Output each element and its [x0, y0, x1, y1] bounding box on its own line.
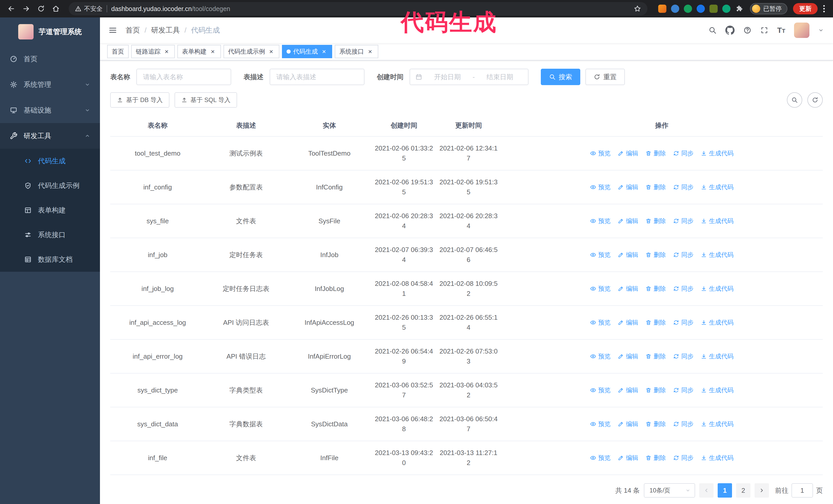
prev-page-button[interactable] [699, 483, 714, 498]
preview-link[interactable]: 预览 [590, 386, 611, 395]
sidebar-item-system-api[interactable]: 系统接口 [0, 222, 100, 247]
edit-link[interactable]: 编辑 [618, 453, 638, 462]
sidebar-item-codegen-example[interactable]: 代码生成示例 [0, 173, 100, 198]
delete-link[interactable]: 删除 [645, 250, 666, 259]
delete-link[interactable]: 删除 [645, 453, 666, 462]
edit-link[interactable]: 编辑 [618, 183, 638, 192]
delete-link[interactable]: 删除 [645, 318, 666, 327]
fullscreen-icon[interactable] [760, 26, 768, 34]
generate-code-link[interactable]: 生成代码 [701, 419, 734, 429]
browser-reload-icon[interactable] [35, 3, 47, 15]
preview-link[interactable]: 预览 [590, 250, 611, 259]
preview-link[interactable]: 预览 [590, 284, 611, 293]
browser-menu-icon[interactable] [823, 5, 825, 12]
extension-icon-5[interactable] [710, 5, 718, 13]
preview-link[interactable]: 预览 [590, 352, 611, 361]
help-icon[interactable] [743, 26, 752, 34]
edit-link[interactable]: 编辑 [618, 250, 638, 259]
edit-link[interactable]: 编辑 [618, 318, 638, 327]
delete-link[interactable]: 删除 [645, 386, 666, 395]
search-button[interactable]: 搜索 [541, 69, 580, 85]
sidebar-item-home[interactable]: 首页 [0, 46, 100, 72]
sync-link[interactable]: 同步 [673, 352, 694, 361]
tab-3[interactable]: 代码生成示例× [223, 45, 279, 58]
create-time-range-picker[interactable]: 开始日期 - 结束日期 [410, 69, 528, 85]
sidebar-item-infrastructure[interactable]: 基础设施 [0, 97, 100, 123]
page-size-select[interactable]: 10条/页 [644, 483, 695, 498]
sync-link[interactable]: 同步 [673, 386, 694, 395]
generate-code-link[interactable]: 生成代码 [701, 149, 734, 158]
sidebar-item-dev-tools[interactable]: 研发工具 [0, 123, 100, 149]
sync-link[interactable]: 同步 [673, 284, 694, 293]
profile-paused-badge[interactable]: 已暂停 [750, 3, 787, 14]
extension-icon-6[interactable] [722, 5, 731, 13]
tab-4[interactable]: 代码生成× [282, 45, 332, 58]
sync-link[interactable]: 同步 [673, 318, 694, 327]
preview-link[interactable]: 预览 [590, 318, 611, 327]
delete-link[interactable]: 删除 [645, 183, 666, 192]
browser-update-button[interactable]: 更新 [793, 3, 818, 14]
extension-icon-2[interactable] [671, 5, 679, 13]
sync-link[interactable]: 同步 [673, 149, 694, 158]
next-page-button[interactable] [755, 483, 769, 498]
generate-code-link[interactable]: 生成代码 [701, 386, 734, 395]
sync-link[interactable]: 同步 [673, 183, 694, 192]
tab-5[interactable]: 系统接口× [335, 45, 378, 58]
tab-2[interactable]: 表单构建× [177, 45, 221, 58]
delete-link[interactable]: 删除 [645, 419, 666, 429]
goto-page-input[interactable] [791, 483, 813, 498]
generate-code-link[interactable]: 生成代码 [701, 453, 734, 462]
tab-0[interactable]: 首页 [107, 45, 129, 58]
extension-icon-3[interactable] [684, 5, 692, 13]
tab-close-icon[interactable]: × [320, 48, 328, 55]
sidebar-item-system-management[interactable]: 系统管理 [0, 72, 100, 97]
edit-link[interactable]: 编辑 [618, 419, 638, 429]
edit-link[interactable]: 编辑 [618, 352, 638, 361]
delete-link[interactable]: 删除 [645, 352, 666, 361]
sync-link[interactable]: 同步 [673, 453, 694, 462]
extension-icon-4[interactable] [697, 5, 705, 13]
tab-1[interactable]: 链路追踪× [131, 45, 175, 58]
sidebar-item-db-docs[interactable]: 数据库文档 [0, 247, 100, 272]
generate-code-link[interactable]: 生成代码 [701, 216, 734, 225]
tab-close-icon[interactable]: × [163, 48, 170, 55]
extension-icon-1[interactable] [658, 5, 666, 13]
delete-link[interactable]: 删除 [645, 284, 666, 293]
app-logo[interactable]: 芋道管理系统 [0, 18, 100, 46]
toggle-search-button[interactable] [787, 92, 802, 108]
preview-link[interactable]: 预览 [590, 149, 611, 158]
breadcrumb-home[interactable]: 首页 [125, 25, 140, 35]
delete-link[interactable]: 删除 [645, 216, 666, 225]
edit-link[interactable]: 编辑 [618, 149, 638, 158]
github-icon[interactable] [725, 26, 735, 35]
reset-button[interactable]: 重置 [586, 69, 625, 85]
breadcrumb-dev-tools[interactable]: 研发工具 [151, 25, 180, 35]
generate-code-link[interactable]: 生成代码 [701, 183, 734, 192]
security-status[interactable]: 不安全 [75, 5, 102, 13]
sidebar-item-form-builder[interactable]: 表单构建 [0, 198, 100, 222]
sync-link[interactable]: 同步 [673, 419, 694, 429]
refresh-table-button[interactable] [807, 92, 823, 108]
edit-link[interactable]: 编辑 [618, 216, 638, 225]
table-name-input[interactable] [136, 69, 231, 85]
font-size-icon[interactable]: TT [777, 26, 785, 34]
preview-link[interactable]: 预览 [590, 183, 611, 192]
address-bar[interactable]: 不安全 dashboard.yudao.iocoder.cn/tool/code… [69, 2, 647, 16]
preview-link[interactable]: 预览 [590, 216, 611, 225]
generate-code-link[interactable]: 生成代码 [701, 352, 734, 361]
generate-code-link[interactable]: 生成代码 [701, 284, 734, 293]
import-sql-button[interactable]: 基于 SQL 导入 [174, 92, 237, 108]
delete-link[interactable]: 删除 [645, 149, 666, 158]
avatar-caret-icon[interactable] [818, 27, 824, 33]
user-avatar[interactable] [794, 23, 809, 38]
import-db-button[interactable]: 基于 DB 导入 [110, 92, 169, 108]
tab-close-icon[interactable]: × [209, 48, 216, 55]
page-button-1[interactable]: 1 [718, 483, 732, 498]
edit-link[interactable]: 编辑 [618, 386, 638, 395]
tab-close-icon[interactable]: × [366, 48, 374, 55]
browser-back-icon[interactable] [5, 3, 18, 15]
bookmark-star-icon[interactable] [634, 5, 641, 13]
page-button-2[interactable]: 2 [736, 483, 751, 498]
preview-link[interactable]: 预览 [590, 419, 611, 429]
sync-link[interactable]: 同步 [673, 250, 694, 259]
